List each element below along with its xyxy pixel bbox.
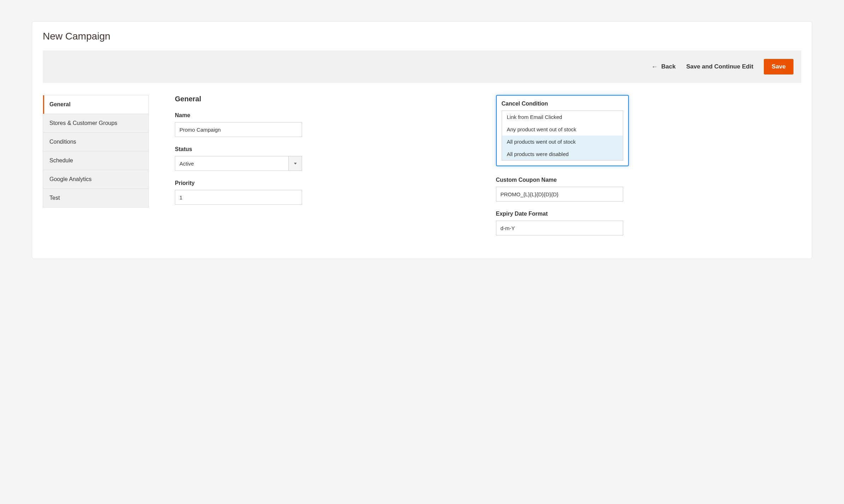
field-status: Status Active — [175, 146, 480, 171]
field-expiry-date-format: Expiry Date Format — [496, 211, 802, 235]
sidebar-item-schedule[interactable]: Schedule — [43, 151, 148, 170]
back-button[interactable]: ← Back — [651, 63, 676, 70]
cancel-condition-option-any-out-of-stock[interactable]: Any product went out of stock — [502, 123, 623, 136]
cancel-condition-listbox[interactable]: Link from Email Clicked Any product went… — [502, 110, 623, 161]
sidebar-item-google-analytics[interactable]: Google Analytics — [43, 170, 148, 189]
cancel-condition-highlight: Cancel Condition Link from Email Clicked… — [496, 95, 629, 166]
sidebar-item-stores-customer-groups[interactable]: Stores & Customer Groups — [43, 114, 148, 133]
toolbar: ← Back Save and Continue Edit Save — [43, 50, 801, 83]
custom-coupon-name-input[interactable] — [496, 187, 623, 202]
arrow-left-icon: ← — [651, 64, 658, 70]
form-column-left: General Name Status Active Priority — [175, 95, 480, 214]
cancel-condition-label: Cancel Condition — [502, 101, 623, 107]
sidebar-item-general[interactable]: General — [43, 95, 148, 114]
priority-label: Priority — [175, 180, 480, 186]
cancel-condition-option-all-disabled[interactable]: All products were disabled — [502, 148, 623, 160]
chevron-down-icon — [294, 163, 297, 164]
name-label: Name — [175, 112, 480, 119]
page-card: New Campaign ← Back Save and Continue Ed… — [32, 21, 812, 259]
section-title: General — [175, 95, 480, 103]
back-button-label: Back — [661, 63, 676, 70]
save-button[interactable]: Save — [764, 59, 793, 74]
status-select-caret[interactable] — [288, 156, 302, 170]
content-area: General Stores & Customer Groups Conditi… — [43, 95, 801, 245]
status-label: Status — [175, 146, 480, 152]
name-input[interactable] — [175, 122, 302, 137]
cancel-condition-option-all-out-of-stock[interactable]: All products went out of stock — [502, 136, 623, 148]
field-priority: Priority — [175, 180, 480, 205]
field-custom-coupon-name: Custom Coupon Name — [496, 177, 802, 202]
custom-coupon-name-label: Custom Coupon Name — [496, 177, 802, 183]
expiry-date-format-input[interactable] — [496, 221, 623, 235]
sidebar: General Stores & Customer Groups Conditi… — [43, 95, 149, 208]
form-column-right: Cancel Condition Link from Email Clicked… — [496, 95, 802, 245]
priority-input[interactable] — [175, 190, 302, 205]
status-select[interactable]: Active — [175, 156, 302, 171]
field-name: Name — [175, 112, 480, 137]
expiry-date-format-label: Expiry Date Format — [496, 211, 802, 217]
sidebar-item-conditions[interactable]: Conditions — [43, 133, 148, 151]
sidebar-item-test[interactable]: Test — [43, 189, 148, 207]
status-select-value: Active — [175, 156, 288, 170]
save-continue-button[interactable]: Save and Continue Edit — [686, 63, 753, 70]
main-panel: General Name Status Active Priority — [175, 95, 801, 245]
page-title: New Campaign — [43, 31, 801, 42]
cancel-condition-option-link-clicked[interactable]: Link from Email Clicked — [502, 111, 623, 123]
